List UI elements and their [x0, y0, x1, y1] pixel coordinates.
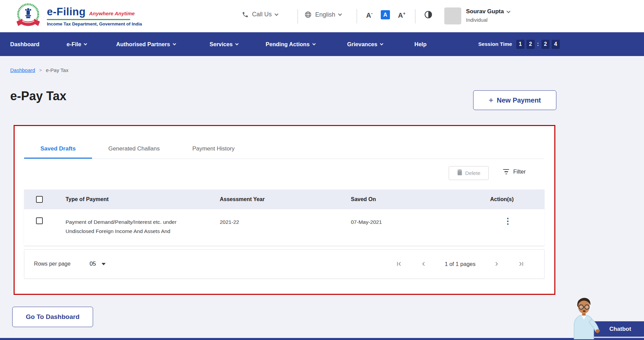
header-divider [357, 9, 357, 23]
previous-page-button[interactable] [420, 261, 427, 267]
language-label: English [315, 11, 335, 18]
tab-generated-challans[interactable]: Generated Challans [92, 139, 176, 159]
chevron-down-icon [173, 42, 176, 45]
main-navbar: Dashboard e-File Authorised Partners Ser… [0, 32, 644, 56]
breadcrumb: Dashboard > e-Pay Tax [10, 67, 68, 73]
rows-per-page-label: Rows per page [34, 261, 71, 267]
breadcrumb-separator: > [39, 68, 42, 73]
col-type-of-payment: Type of Payment [55, 196, 208, 202]
session-colon: : [537, 41, 539, 47]
new-payment-button[interactable]: + New Payment [473, 90, 556, 110]
rows-per-page-value[interactable]: 05 [90, 261, 96, 267]
session-digit: 2 [541, 40, 550, 49]
contrast-toggle-icon[interactable] [424, 10, 433, 20]
row-type-of-payment: Payment of Demand/Penalty/Interest etc. … [66, 217, 181, 236]
filter-button[interactable]: Filter [503, 168, 526, 175]
brand-department: Income Tax Department, Government of Ind… [47, 21, 142, 26]
font-decrease-button[interactable]: A- [366, 11, 373, 19]
chevron-down-icon [274, 12, 278, 16]
chevron-down-icon [312, 42, 316, 45]
page-title: e-Pay Tax [10, 89, 66, 103]
filter-label: Filter [513, 168, 526, 175]
session-digit: 1 [516, 40, 524, 49]
page-status: 1 of 1 pages [445, 261, 476, 267]
nav-services[interactable]: Services [210, 32, 238, 56]
table-row: Payment of Demand/Penalty/Interest etc. … [24, 209, 544, 246]
next-page-button[interactable] [493, 261, 500, 267]
breadcrumb-dashboard-link[interactable]: Dashboard [10, 67, 35, 73]
session-digit: 4 [552, 40, 560, 49]
income-tax-emblem-icon [14, 2, 42, 30]
row-checkbox[interactable] [36, 217, 43, 224]
chevron-down-icon [338, 12, 342, 16]
delete-label: Delete [465, 170, 481, 176]
chevron-down-icon [84, 42, 87, 45]
chatbot-label: Chatbot [600, 326, 631, 333]
nav-efile[interactable]: e-File [67, 32, 87, 56]
epay-tax-panel: Saved Drafts Generated Challans Payment … [14, 125, 555, 295]
tab-saved-drafts[interactable]: Saved Drafts [24, 139, 92, 159]
tab-payment-history[interactable]: Payment History [176, 139, 251, 159]
session-time-label: Session Time [478, 41, 512, 47]
brand-name: e-Filing [47, 6, 86, 18]
brand-divider [47, 19, 130, 20]
chevron-down-icon [235, 42, 238, 45]
trash-icon [457, 169, 462, 177]
breadcrumb-current: e-Pay Tax [46, 67, 68, 73]
session-digit: 2 [526, 40, 535, 49]
language-menu[interactable]: English [304, 11, 341, 18]
user-menu[interactable]: Sourav Gupta Individual [466, 8, 510, 23]
go-to-dashboard-button[interactable]: Go To Dashboard [12, 307, 93, 327]
phone-icon [242, 11, 249, 18]
nav-authorised-partners[interactable]: Authorised Partners [116, 32, 176, 56]
go-to-dashboard-label: Go To Dashboard [26, 313, 79, 321]
more-actions-icon[interactable]: ⋮ [504, 216, 512, 226]
last-page-button[interactable] [518, 261, 524, 267]
chevron-down-icon [380, 42, 383, 45]
col-saved-on: Saved On [340, 196, 483, 202]
user-role: Individual [466, 17, 510, 23]
efiling-logo: e-Filing Anywhere Anytime Income Tax Dep… [14, 2, 142, 30]
epay-tax-page: e-Filing Anywhere Anytime Income Tax Dep… [0, 0, 644, 340]
footer-bar [0, 338, 644, 340]
user-avatar[interactable] [444, 7, 461, 24]
tabs-row: Saved Drafts Generated Challans Payment … [24, 139, 544, 159]
user-name: Sourav Gupta [466, 8, 504, 15]
delete-button[interactable]: Delete [449, 166, 489, 180]
header-divider [415, 9, 415, 23]
call-us-label: Call Us [252, 11, 272, 18]
saved-drafts-table: Type of Payment Assessment Year Saved On… [24, 190, 544, 246]
nav-grievances[interactable]: Grievances [347, 32, 383, 56]
row-saved-on: 07-May-2021 [340, 209, 483, 246]
table-header-row: Type of Payment Assessment Year Saved On… [24, 190, 544, 209]
first-page-button[interactable] [396, 261, 402, 267]
brand-text: e-Filing Anywhere Anytime Income Tax Dep… [47, 6, 142, 26]
globe-icon [304, 11, 312, 18]
font-normal-button[interactable]: A [381, 10, 390, 19]
row-assessment-year: 2021-22 [208, 209, 340, 246]
filter-icon [503, 169, 509, 175]
session-timer: Session Time 1 2 : 2 4 [478, 32, 560, 56]
select-all-checkbox[interactable] [36, 196, 43, 203]
nav-pending-actions[interactable]: Pending Actions [266, 32, 315, 56]
nav-help[interactable]: Help [414, 32, 427, 56]
header-divider [298, 9, 298, 23]
caret-down-icon[interactable] [102, 263, 106, 265]
plus-icon: + [488, 95, 493, 105]
new-payment-label: New Payment [497, 96, 541, 104]
top-header: e-Filing Anywhere Anytime Income Tax Dep… [0, 0, 644, 32]
brand-tagline: Anywhere Anytime [89, 11, 135, 16]
pagination-bar: Rows per page 05 1 of 1 pages [24, 249, 544, 279]
nav-dashboard[interactable]: Dashboard [10, 32, 39, 56]
call-us-menu[interactable]: Call Us [242, 11, 278, 18]
col-assessment-year: Assessment Year [208, 196, 340, 202]
font-increase-button[interactable]: A+ [398, 11, 406, 19]
font-size-controls: A- A A+ [366, 10, 406, 19]
col-actions: Action(s) [483, 196, 544, 202]
chevron-down-icon [507, 9, 511, 13]
chatbot-assistant-icon [568, 297, 600, 339]
